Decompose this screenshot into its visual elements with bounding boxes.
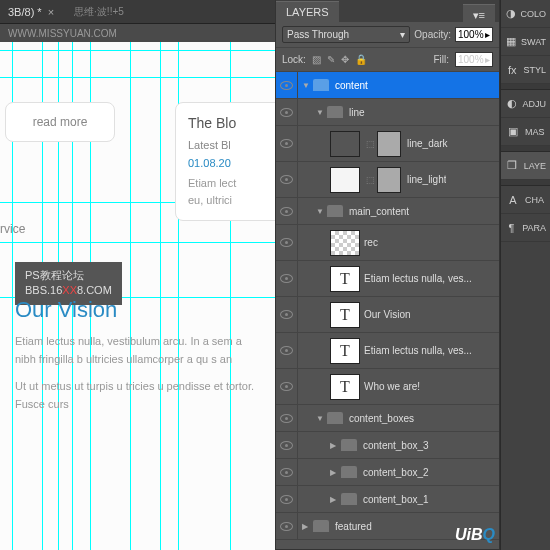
eye-icon — [280, 495, 293, 504]
layer-list[interactable]: ▼content▼line⬚line_dark⬚line_light▼main_… — [276, 72, 499, 549]
visibility-toggle[interactable] — [276, 198, 298, 224]
rail-item-cha[interactable]: ACHA — [501, 186, 550, 214]
mask-thumbnail — [377, 167, 401, 193]
visibility-toggle[interactable] — [276, 513, 298, 539]
opacity-input[interactable]: 100%▸ — [455, 27, 493, 42]
disclosure-arrow-icon[interactable]: ▶ — [330, 495, 338, 504]
layer-row[interactable]: ▼main_content — [276, 198, 499, 225]
layer-row[interactable]: ⬚line_light — [276, 162, 499, 198]
layer-name-label: Who we are! — [364, 381, 420, 392]
fill-input[interactable]: 100%▸ — [455, 52, 493, 67]
layer-name-label: line — [349, 107, 365, 118]
folder-icon — [327, 106, 343, 118]
visibility-toggle[interactable] — [276, 225, 298, 260]
watermark-logo: UiBQ — [455, 526, 495, 544]
laye-icon: ❐ — [505, 159, 520, 173]
visibility-toggle[interactable] — [276, 432, 298, 458]
visibility-toggle[interactable] — [276, 261, 298, 296]
layer-row[interactable]: ▶content_box_1 — [276, 486, 499, 513]
folder-icon — [327, 205, 343, 217]
rail-label: CHA — [525, 195, 544, 205]
lock-position-icon[interactable]: ✥ — [341, 54, 349, 65]
rail-item-adju[interactable]: ◐ADJU — [501, 90, 550, 118]
layer-row[interactable]: TWho we are! — [276, 369, 499, 405]
close-icon[interactable]: × — [48, 6, 54, 18]
para-icon: ¶ — [505, 221, 518, 235]
visibility-toggle[interactable] — [276, 333, 298, 368]
read-more-card: read more — [5, 102, 115, 142]
layer-name-label: featured — [335, 521, 372, 532]
layer-name-label: rec — [364, 237, 378, 248]
rail-item-para[interactable]: ¶PARA — [501, 214, 550, 242]
folder-icon — [313, 79, 329, 91]
rail-item-styl[interactable]: fxSTYL — [501, 56, 550, 84]
vision-section: Our Vision Etiam lectus nulla, vestibulu… — [15, 297, 265, 423]
folder-icon — [341, 466, 357, 478]
layer-row[interactable]: rec — [276, 225, 499, 261]
eye-icon — [280, 522, 293, 531]
eye-icon — [280, 81, 293, 90]
layer-row[interactable]: ⬚line_dark — [276, 126, 499, 162]
layer-row[interactable]: ▼content_boxes — [276, 405, 499, 432]
layer-row[interactable]: ▼content — [276, 72, 499, 99]
visibility-toggle[interactable] — [276, 486, 298, 512]
adju-icon: ◐ — [505, 97, 518, 111]
lock-pixels-icon[interactable]: ✎ — [327, 54, 335, 65]
layer-row[interactable]: ▶content_box_3 — [276, 432, 499, 459]
visibility-toggle[interactable] — [276, 99, 298, 125]
folder-icon — [341, 493, 357, 505]
text-layer-icon: T — [330, 374, 360, 400]
rail-item-swat[interactable]: ▦SWAT — [501, 28, 550, 56]
link-icon[interactable]: ⬚ — [366, 139, 375, 149]
visibility-toggle[interactable] — [276, 405, 298, 431]
rail-label: ADJU — [522, 99, 546, 109]
blend-mode-select[interactable]: Pass Through▾ — [282, 26, 410, 43]
visibility-toggle[interactable] — [276, 126, 298, 161]
mas-icon: ▣ — [505, 125, 521, 139]
lock-all-icon[interactable]: 🔒 — [355, 54, 367, 65]
layer-name-label: Etiam lectus nulla, ves... — [364, 345, 472, 356]
disclosure-arrow-icon[interactable]: ▼ — [316, 414, 324, 423]
layer-name-label: line_dark — [407, 138, 448, 149]
panel-menu-icon[interactable]: ▾≡ — [463, 4, 495, 26]
rail-item-laye[interactable]: ❐LAYE — [501, 152, 550, 180]
layer-row[interactable]: TEtiam lectus nulla, ves... — [276, 333, 499, 369]
visibility-toggle[interactable] — [276, 162, 298, 197]
disclosure-arrow-icon[interactable]: ▼ — [316, 207, 324, 216]
link-icon[interactable]: ⬚ — [366, 175, 375, 185]
colo-icon: ◑ — [505, 7, 516, 21]
lock-label: Lock: — [282, 54, 306, 65]
eye-icon — [280, 207, 293, 216]
visibility-toggle[interactable] — [276, 72, 298, 98]
folder-icon — [341, 439, 357, 451]
layer-name-label: content — [335, 80, 368, 91]
eye-icon — [280, 175, 293, 184]
visibility-toggle[interactable] — [276, 459, 298, 485]
lock-row: Lock: ▨ ✎ ✥ 🔒 Fill: 100%▸ — [276, 48, 499, 72]
layer-name-label: Etiam lectus nulla, ves... — [364, 273, 472, 284]
rail-item-colo[interactable]: ◑COLO — [501, 0, 550, 28]
layer-name-label: line_light — [407, 174, 446, 185]
layer-row[interactable]: ▼line — [276, 99, 499, 126]
tab-title: 3B/8) * — [8, 6, 42, 18]
disclosure-arrow-icon[interactable]: ▶ — [302, 522, 310, 531]
lock-transparency-icon[interactable]: ▨ — [312, 54, 321, 65]
visibility-toggle[interactable] — [276, 297, 298, 332]
layers-tab[interactable]: LAYERS — [276, 1, 339, 22]
layer-row[interactable]: TEtiam lectus nulla, ves... — [276, 261, 499, 297]
visibility-toggle[interactable] — [276, 369, 298, 404]
right-rail: ◑COLO▦SWATfxSTYL◐ADJU▣MAS❐LAYEACHA¶PARA — [500, 0, 550, 550]
rail-item-mas[interactable]: ▣MAS — [501, 118, 550, 146]
layer-row[interactable]: ▶content_box_2 — [276, 459, 499, 486]
design-canvas[interactable]: read more The Blo Latest Bl 01.08.20 Eti… — [0, 42, 280, 550]
disclosure-arrow-icon[interactable]: ▼ — [316, 108, 324, 117]
layer-row[interactable]: TOur Vision — [276, 297, 499, 333]
rail-label: SWAT — [521, 37, 546, 47]
disclosure-arrow-icon[interactable]: ▶ — [330, 441, 338, 450]
disclosure-arrow-icon[interactable]: ▶ — [330, 468, 338, 477]
disclosure-arrow-icon[interactable]: ▼ — [302, 81, 310, 90]
opacity-label: Opacity: — [414, 29, 451, 40]
vision-heading: Our Vision — [15, 297, 265, 323]
eye-icon — [280, 468, 293, 477]
layer-name-label: content_box_1 — [363, 494, 429, 505]
